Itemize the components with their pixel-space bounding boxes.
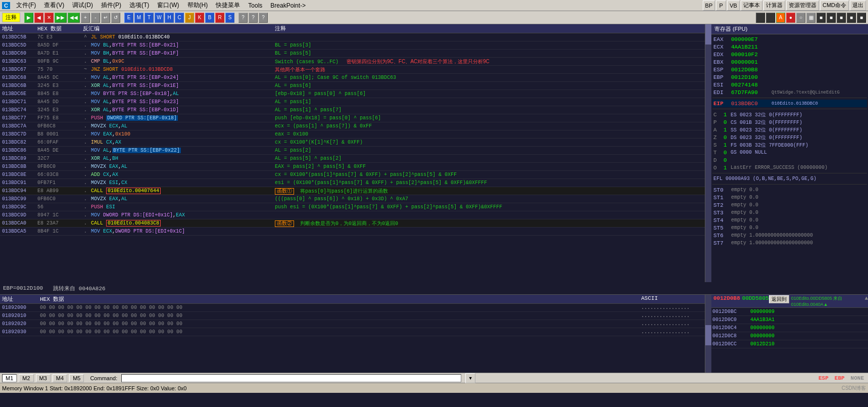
tab-m2[interactable]: M2	[19, 374, 33, 382]
table-row[interactable]: 013BDC60 8A7D E1 . MOV BH,BYTE PTR SS:[E…	[0, 50, 705, 58]
tb-q3[interactable]: ?	[259, 13, 268, 23]
menu-file[interactable]: 文件(F)	[14, 0, 38, 11]
table-row[interactable]: 013BDC68 8A45 DC . MOV AL,BYTE PTR SS:[E…	[0, 74, 705, 82]
table-row[interactable]: 013BDC8B 0FB6C0 . MOVZX EAX,AL EAX = pas…	[0, 163, 705, 171]
menu-help[interactable]: 帮助(H)	[185, 0, 210, 11]
tb-E[interactable]: E	[124, 13, 133, 23]
table-row[interactable]: 013BDC9C 56 . PUSH ESI push esi = (0X100…	[0, 203, 705, 211]
mem-row[interactable]: 01892020 00 00 00 00 00 00 00 00 00 00 0…	[0, 320, 705, 328]
table-row[interactable]: 013BDC82 66:0FAF . IMUL CX,AX cx = 0X100…	[0, 139, 705, 147]
table-row[interactable]: 013BDCA0 E8 23A7 . CALL 010Edito.004083C…	[0, 219, 705, 228]
tb-W[interactable]: W	[155, 13, 164, 23]
btn-notepad[interactable]: 记事本	[741, 1, 762, 11]
stack-row[interactable]: 0012D0C4 00000000	[711, 324, 868, 332]
tb-q2[interactable]: ?	[249, 13, 258, 23]
table-row[interactable]: 013BDC86 8A45 DE . MOV AL,BYTE PTR SS:[E…	[0, 147, 705, 155]
tb-T[interactable]: T	[144, 13, 154, 23]
tb-R[interactable]: R	[215, 13, 224, 23]
table-row[interactable]: 013BDC6B 3245 E3 . XOR AL,BYTE PTR SS:[E…	[0, 82, 705, 90]
stack-row[interactable]: 0012D0CC 0012D210	[711, 340, 868, 348]
tab-m5[interactable]: M5	[69, 374, 84, 382]
mem-rows[interactable]: 01892000 00 00 00 00 00 00 00 00 00 00 0…	[0, 304, 705, 373]
menu-shortcut[interactable]: 快捷菜单	[214, 0, 242, 11]
table-row[interactable]: 013BDC99 0FB6C0 . MOVZX EAX,AL (((pass[0…	[0, 195, 705, 203]
tb-back[interactable]: ◀	[34, 13, 43, 23]
stack-rows[interactable]: 0012D0BC 00000009 0012D0C0 4AA1B3A1 0012…	[711, 308, 868, 373]
tb-K[interactable]: K	[195, 13, 204, 23]
stack-row[interactable]: 0012D0BC 00000009	[711, 308, 868, 316]
cmd-input[interactable]	[121, 374, 461, 382]
disasm-rows[interactable]: 013BDC5B 7C E3 ^ JL SHORT 010Edito.013BD…	[0, 33, 705, 282]
mem-row[interactable]: 01892010 00 00 00 00 00 00 00 00 00 00 0…	[0, 312, 705, 320]
table-row[interactable]: 013BDC71 8A45 DD . MOV AL,BYTE PTR SS:[E…	[0, 98, 705, 106]
menu-options[interactable]: 选项(T)	[127, 0, 151, 11]
table-row[interactable]: 013BDC89 32C7 . XOR AL,BH AL = pass[5] ^…	[0, 155, 705, 163]
menu-window[interactable]: 窗口(W)	[155, 0, 181, 11]
tb-J[interactable]: J	[185, 13, 194, 23]
tb-circ2[interactable]: ○	[796, 13, 805, 23]
cmd-dropdown[interactable]: ▼	[465, 373, 475, 383]
tb-A[interactable]: A	[776, 13, 785, 23]
tab-m3[interactable]: M3	[36, 374, 51, 382]
tb-S[interactable]: S	[225, 13, 234, 23]
tb-C[interactable]: C	[175, 13, 184, 23]
table-row[interactable]: 013BDC6E 8845 E8 . MOV BYTE PTR SS:[EBP-…	[0, 90, 705, 98]
stack-row[interactable]: 0012D0C8 00000000	[711, 332, 868, 340]
btn-resmanager[interactable]: 资源管理器	[786, 1, 819, 11]
tb-B[interactable]: B	[205, 13, 214, 23]
table-row[interactable]: 013BDC74 3245 E3 . XOR AL,BYTE PTR SS:[E…	[0, 106, 705, 114]
table-row[interactable]: 013BDC5B 7C E3 ^ JL SHORT 010Edito.013BD…	[0, 33, 705, 41]
table-row[interactable]: 013BDC8E 66:03C8 . ADD CX,AX cx = 0X100*…	[0, 171, 705, 179]
table-row[interactable]: 013BDC5D 8A5D DF . MOV BL,BYTE PTR SS:[E…	[0, 41, 705, 50]
tb-extra1[interactable]	[756, 13, 765, 23]
menu-debug[interactable]: 调试(D)	[70, 0, 95, 11]
stack-row[interactable]: 0012D0C0 4AA1B3A1	[711, 316, 868, 324]
table-row[interactable]: 013BDC94 E8 AB99 . CALL 010Edito.0040764…	[0, 187, 705, 195]
tb-red-circ[interactable]: ●	[786, 13, 795, 23]
tb-step4[interactable]: ↺	[111, 13, 120, 23]
tb-run[interactable]: ▶	[24, 13, 33, 23]
table-row[interactable]: 013BDC7D B8 0001 . MOV EAX,0x100 eax = 0…	[0, 130, 705, 139]
tb-blk1[interactable]: ■	[816, 13, 826, 23]
table-row[interactable]: 013BDC7A 0FB6C8 . MOVZX ECX,AL ecx = (pa…	[0, 122, 705, 130]
table-row[interactable]: 013BDC77 FF75 E8 . PUSH DWORD PTR SS:[EB…	[0, 114, 705, 122]
table-row[interactable]: 013BDC63 80FB 9C . CMP BL,0x9C Switch (c…	[0, 58, 705, 66]
stack-scroll-up[interactable]: ▲	[864, 295, 868, 307]
tb-back2[interactable]: ◀◀	[68, 13, 80, 23]
tb-blk4[interactable]: ■	[847, 13, 856, 23]
menu-plugin[interactable]: 插件(P)	[99, 0, 123, 11]
stack-return-btn[interactable]: 返回到	[769, 295, 789, 303]
btn-calc[interactable]: 计算器	[763, 1, 785, 11]
menu-tools[interactable]: Tools	[246, 1, 264, 10]
tb-fwd[interactable]: ▶▶	[55, 13, 67, 23]
tab-m4[interactable]: M4	[53, 374, 67, 382]
tb-blk2[interactable]: ■	[827, 13, 836, 23]
tab-m1[interactable]: M1	[2, 374, 17, 382]
table-row[interactable]: 013BDC67 75 70 ~ JNZ SHORT 010Edito.013B…	[0, 66, 705, 74]
table-row[interactable]: 013BDCA5 8B4F 1C . MOV ECX,DWORD PTR DS:…	[0, 228, 705, 236]
btn-cmd[interactable]: CMD命令	[820, 1, 849, 11]
tb-step1[interactable]: +	[81, 13, 90, 23]
tb-step2[interactable]: -	[91, 13, 100, 23]
tb-q1[interactable]: ?	[238, 13, 248, 23]
tb-extra2[interactable]	[766, 13, 775, 23]
mem-row[interactable]: 01892030 00 00 00 00 00 00 00 00 00 00 0…	[0, 328, 705, 336]
tb-M[interactable]: M	[134, 13, 143, 23]
tb-grid[interactable]: ▦	[806, 13, 815, 23]
btn-bp[interactable]: BP	[703, 1, 715, 11]
menu-view[interactable]: 查看(V)	[42, 0, 66, 11]
table-row[interactable]: 013BDC91 0FB7F1 . MOVZX ESI,CX esi = (0X…	[0, 179, 705, 187]
table-row[interactable]: 013BDC9D 8947 1C . MOV DWORD PTR DS:[EDI…	[0, 211, 705, 219]
mem-row[interactable]: 01892000 00 00 00 00 00 00 00 00 00 00 0…	[0, 304, 705, 312]
mem-scrollbar[interactable]	[705, 295, 711, 373]
btn-exit[interactable]: 退出	[850, 1, 866, 11]
tb-H[interactable]: H	[165, 13, 174, 23]
tb-step3[interactable]: ↵	[101, 13, 110, 23]
disasm-scrollbar[interactable]	[705, 24, 711, 282]
menu-breakpoint[interactable]: BreakPoint->	[268, 1, 308, 10]
btn-p[interactable]: P	[716, 1, 726, 11]
btn-vb[interactable]: VB	[727, 1, 740, 11]
tb-stop[interactable]: ✕	[44, 13, 54, 23]
tb-blk5[interactable]: ■	[857, 13, 866, 23]
tb-blk3[interactable]: ■	[837, 13, 846, 23]
